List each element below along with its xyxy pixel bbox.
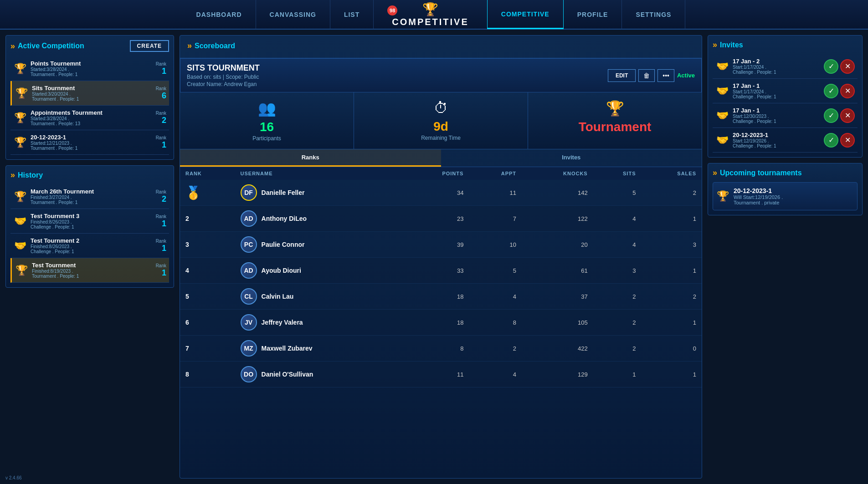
comp-sub-2: Started:3/28/2024 .Tournament . People: … (31, 116, 152, 126)
left-panel: Active Competition CREATE 🏆 Points Tourn… (5, 35, 174, 479)
username-cell: AD Anthony DiLeo (235, 206, 404, 232)
participants-value: 16 (260, 120, 274, 134)
username-text: Danielle Feller (262, 189, 305, 196)
competition-item-20-12[interactable]: 🏆 20-12-2023-1 Started:12/21/2023 .Tourn… (10, 130, 169, 155)
trophy-icon-2: 🏆 (13, 112, 27, 124)
version-label: v 2.4.66 (5, 475, 22, 480)
upcoming-header: Upcoming tournaments (713, 168, 858, 178)
top-navigation: DASHBOARD CANVASSING LIST 98 🏆 COMPETITI… (0, 0, 868, 30)
invite-item-0: 🤝 17 Jan - 2 Start:1/17/2024 .Challenge … (713, 54, 858, 79)
appt-cell: 10 (469, 232, 522, 258)
invite-name-0: 17 Jan - 2 (733, 58, 820, 65)
nav-profile[interactable]: PROFILE (564, 0, 622, 29)
nav-list[interactable]: LIST (330, 0, 374, 29)
avatar: CL (241, 288, 257, 305)
history-item-test[interactable]: 🏆 Test Tournment Finished:8/19/2023 .Tou… (10, 258, 169, 283)
points-cell: 18 (404, 310, 469, 336)
comp-details-2: Appointments Tournment Started:3/28/2024… (31, 109, 152, 126)
more-options-button[interactable]: ••• (657, 69, 674, 82)
nav-dashboard[interactable]: DASHBOARD (183, 0, 256, 29)
history-item-test3[interactable]: 🤝 Test Tournment 3 Finished:8/26/2023 .C… (10, 209, 169, 234)
username-text: Anthony DiLeo (262, 215, 307, 222)
knocks-cell: 129 (522, 362, 593, 387)
competition-item-appointments[interactable]: 🏆 Appointments Tournment Started:3/28/20… (10, 106, 169, 130)
username-cell: PC Paulie Connor (235, 232, 404, 258)
upcoming-item-0[interactable]: 🏆 20-12-2023-1 Will Start:12/19/2026 .To… (713, 182, 858, 210)
tab-ranks[interactable]: Ranks (180, 149, 441, 167)
invite-accept-1[interactable]: ✓ (824, 84, 838, 98)
knocks-cell: 20 (522, 232, 593, 258)
table-row: 3 PC Paulie Connor 39 10 20 4 3 (180, 232, 702, 258)
history-item-test2[interactable]: 🤝 Test Tournment 2 Finished:8/26/2023 .C… (10, 234, 169, 258)
create-button[interactable]: CREATE (130, 40, 169, 52)
comp-name-0: Points Tournemnt (31, 60, 152, 67)
comp-rank-0: Rank 1 (156, 61, 166, 76)
history-icon-2: 🤝 (13, 240, 27, 252)
history-icon-3: 🏆 (15, 265, 28, 276)
competition-item-points[interactable]: 🏆 Points Tournemnt Started:3/28/2024 .To… (10, 56, 169, 81)
history-item-march26[interactable]: 🏆 March 26th Tournment Finished:3/27/202… (10, 184, 169, 209)
active-competition-header: Active Competition CREATE (10, 40, 169, 52)
tournament-type-icon: 🏆 (606, 100, 624, 117)
participants-label: Participants (252, 135, 281, 142)
col-appt: APPT (469, 167, 522, 180)
points-cell: 33 (404, 258, 469, 284)
appt-cell: 2 (469, 336, 522, 362)
tournament-type-value: Tournament (579, 120, 652, 134)
invite-accept-0[interactable]: ✓ (824, 59, 838, 74)
col-username: USERNAME (235, 167, 404, 180)
history-title: History (10, 170, 43, 180)
nav-canvassing[interactable]: CANVASSING (256, 0, 330, 29)
sales-cell: 1 (641, 206, 702, 232)
invites-section: Invites 🤝 17 Jan - 2 Start:1/17/2024 .Ch… (708, 35, 863, 158)
username-cell: JV Jeffrey Valera (235, 310, 404, 336)
invite-accept-3[interactable]: ✓ (824, 133, 838, 148)
invite-name-1: 17 Jan - 1 (733, 82, 820, 89)
table-row: 8 DO Daniel O'Sullivan 11 4 129 1 1 (180, 362, 702, 387)
upcoming-sub-0: Will Start:12/19/2026 .Tournament . priv… (734, 194, 853, 205)
sales-cell: 1 (641, 310, 702, 336)
comp-name-3: 20-12-2023-1 (31, 134, 152, 141)
invite-accept-2[interactable]: ✓ (824, 108, 838, 123)
comp-name-1: Sits Tournment (32, 85, 152, 92)
username-cell: MZ Maxwell Zubarev (235, 336, 404, 362)
history-name-1: Test Tournment 3 (31, 213, 152, 219)
sales-cell: 2 (641, 180, 702, 206)
sits-cell: 2 (593, 284, 642, 310)
invites-header: Invites (713, 40, 858, 50)
invite-item-1: 🤝 17 Jan - 1 Start:1/17/2024 .Challenge … (713, 79, 858, 103)
nav-competitive[interactable]: COMPETITIVE (487, 0, 564, 29)
active-competition-title: Active Competition (10, 41, 84, 51)
invite-name-2: 17 Jan - 1 (733, 107, 820, 114)
knocks-cell: 37 (522, 284, 593, 310)
invite-decline-0[interactable]: ✕ (840, 59, 855, 74)
rank-cell: 4 (180, 258, 235, 284)
invite-decline-1[interactable]: ✕ (840, 84, 855, 98)
username-text: Jeffrey Valera (262, 319, 303, 326)
invite-icon-1: 🤝 (715, 85, 729, 97)
trophy-icon-1: 🏆 (15, 87, 28, 99)
rank-cell: 3 (180, 232, 235, 258)
scoreboard-tbody: 🥇 DF Danielle Feller 34 11 142 5 2 2 (180, 180, 702, 387)
timer-icon: ⏱ (434, 100, 448, 117)
invite-icon-2: 🤝 (715, 110, 729, 122)
scoreboard-table-container: RANK USERNAME POINTS APPT KNOCKS SITS SA… (180, 167, 702, 478)
history-sub-1: Finished:8/26/2023 .Challenge . People: … (31, 219, 152, 229)
upcoming-title: Upcoming tournaments (713, 168, 802, 178)
competition-item-sits[interactable]: 🏆 Sits Tournment Started:3/20/2024 .Tour… (10, 81, 169, 106)
invite-decline-2[interactable]: ✕ (840, 108, 855, 123)
username-text: Calvin Lau (262, 293, 294, 300)
appt-cell: 7 (469, 206, 522, 232)
points-cell: 34 (404, 180, 469, 206)
delete-button[interactable]: 🗑 (638, 69, 655, 82)
tournament-actions: EDIT 🗑 ••• Active (608, 69, 695, 82)
invite-decline-3[interactable]: ✕ (840, 133, 855, 148)
rank-cell: 2 (180, 206, 235, 232)
tab-invites[interactable]: Invites (441, 149, 702, 167)
edit-button[interactable]: EDIT (608, 69, 636, 82)
sits-cell: 4 (593, 232, 642, 258)
points-cell: 18 (404, 284, 469, 310)
scoreboard-header: Scoreboard (180, 36, 702, 58)
history-sub-2: Finished:8/26/2023 .Challenge . People: … (31, 244, 152, 254)
nav-settings[interactable]: SETTINGS (622, 0, 685, 29)
